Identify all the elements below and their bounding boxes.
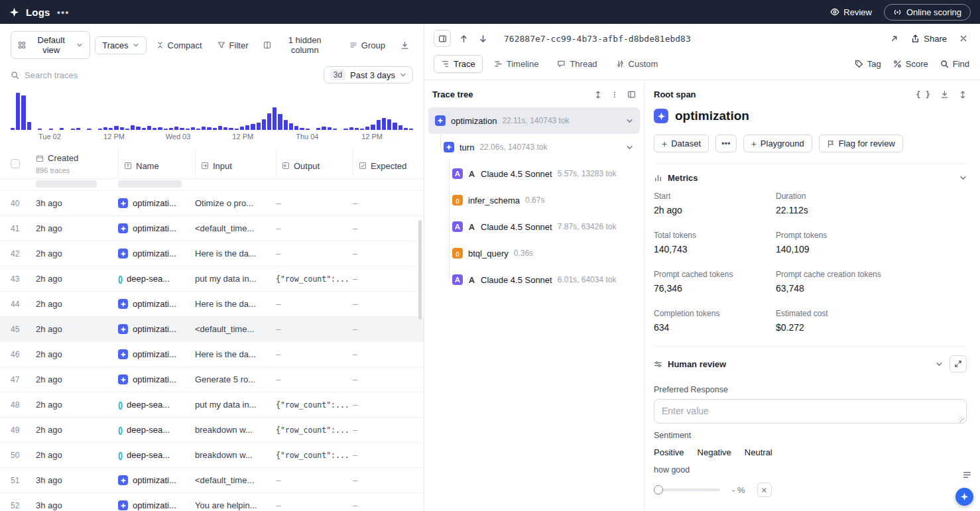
search-input[interactable] (25, 70, 316, 80)
more-actions-button[interactable]: ••• (715, 135, 737, 152)
histogram-bar (245, 93, 249, 130)
trace-tree-item[interactable]: Claude 4.5 Sonnet6.01s, 64034 tok (428, 266, 640, 293)
histogram-bar (289, 93, 293, 130)
traces-histogram[interactable]: Tue 0212 PMWed 0312 PMThu 0412 PM (11, 93, 413, 142)
histogram-bar (360, 93, 364, 130)
row-number: 40 (11, 199, 36, 208)
sentiment-neutral-button[interactable]: Neutral (745, 445, 772, 460)
next-trace-button[interactable] (477, 32, 489, 45)
row-name: optimizati... (118, 500, 195, 510)
expand-review-button[interactable] (949, 355, 967, 372)
span-label: turn (459, 142, 474, 152)
table-row[interactable]: 442h agooptimizati...Here is the da...–– (0, 292, 424, 317)
table-row[interactable]: 482h ago()deep-sea...put my data in...{"… (0, 392, 424, 418)
chevron-down-icon[interactable] (959, 174, 967, 182)
column-header-created[interactable]: Created (48, 153, 78, 163)
outline-toggle-button[interactable] (962, 470, 972, 480)
column-header-name[interactable]: Name (118, 147, 195, 178)
table-row[interactable]: 462h agooptimizati...Here is the da...–– (0, 342, 424, 367)
span-label: btql_query (468, 249, 509, 258)
flag-for-review-button[interactable]: Flag for review (819, 135, 903, 152)
histogram-bar (382, 93, 386, 130)
download-span-button[interactable] (940, 90, 949, 99)
trace-tree-item[interactable]: optimization22.11s, 140743 tok (428, 107, 640, 134)
histogram-bar (322, 93, 326, 130)
row-created: 2h ago (36, 274, 118, 284)
metric-item: Prompt cached tokens76,346 (654, 270, 776, 294)
trace-id[interactable]: 762887e7-cc99-4b73-afbf-d8bde81ebd83 (504, 34, 691, 44)
table-scrollbar[interactable] (418, 220, 422, 319)
preferred-response-input[interactable] (654, 399, 967, 424)
tree-more-button[interactable] (611, 91, 619, 99)
mode-selector[interactable]: Traces (95, 36, 146, 54)
column-header-output[interactable]: Output (276, 147, 353, 178)
chevron-down-icon[interactable] (936, 361, 943, 368)
trace-tree-item[interactable]: Claude 4.5 Sonnet5.57s, 13283 tok (428, 160, 640, 187)
table-row[interactable]: 432h ago()deep-sea...put my data in...{"… (0, 266, 424, 292)
chevron-down-icon[interactable] (626, 144, 633, 151)
collapse-panel-button[interactable] (434, 30, 451, 47)
row-expected: – (353, 374, 417, 384)
table-row[interactable]: 452h agooptimizati...<default_time...–– (0, 317, 424, 342)
column-header-expected[interactable]: Expected (353, 147, 417, 178)
histogram-bar (300, 93, 304, 130)
llm-icon (452, 221, 463, 232)
open-in-new-button[interactable] (888, 32, 900, 45)
previous-trace-button[interactable] (458, 32, 470, 45)
sentiment-positive-button[interactable]: Positive (654, 445, 684, 460)
online-scoring-button[interactable]: Online scoring (884, 4, 971, 21)
row-number: 48 (11, 400, 36, 410)
clear-score-button[interactable] (757, 483, 772, 497)
histogram-bar (131, 93, 135, 130)
export-button[interactable] (395, 38, 414, 53)
row-expected: – (353, 198, 417, 208)
sentiment-negative-button[interactable]: Negative (698, 445, 731, 460)
how-good-slider[interactable] (654, 485, 720, 494)
trace-tree-item[interactable]: {}btql_query0.36s (428, 240, 640, 266)
close-button[interactable] (957, 32, 969, 44)
trace-tree-item[interactable]: {}infer_schema0.67s (428, 187, 640, 213)
human-review-section-header[interactable]: Human review (654, 347, 967, 380)
trace-tree-item[interactable]: turn22.06s, 140743 tok (428, 134, 640, 160)
row-output: – (276, 500, 353, 510)
tab-timeline[interactable]: Timeline (487, 55, 546, 73)
table-row[interactable]: 513h agooptimizati...<default_time...–– (0, 468, 424, 493)
open-in-playground-button[interactable]: +Playground (743, 135, 812, 152)
table-row[interactable]: 412h agooptimizati...<default_time...–– (0, 216, 424, 241)
table-row[interactable]: 492h ago()deep-sea...breakdown w...{"row… (0, 418, 424, 443)
table-row[interactable]: 403h agooptimizati...Otimize o pro...–– (0, 191, 424, 216)
time-range-selector[interactable]: 3d Past 3 days (324, 66, 413, 84)
table-row[interactable]: 523h agooptimizati...You are helpin...–– (0, 493, 424, 511)
column-header-input[interactable]: Input (195, 147, 276, 178)
chevron-down-icon[interactable] (626, 117, 633, 125)
table-row[interactable]: 422h agooptimizati...Here is the da...–– (0, 241, 424, 266)
compact-toggle[interactable]: Compact (151, 37, 208, 54)
review-button[interactable]: Review (830, 7, 872, 17)
filter-button[interactable]: Filter (212, 37, 254, 54)
select-all-checkbox[interactable] (11, 159, 20, 168)
hidden-columns-button[interactable]: 1 hidden column (258, 32, 339, 58)
view-selector[interactable]: Default view (11, 31, 90, 59)
tab-custom[interactable]: Custom (609, 55, 666, 73)
tab-trace[interactable]: Trace (434, 55, 483, 73)
page-menu-button[interactable]: ••• (57, 7, 70, 18)
find-button[interactable]: Find (940, 59, 969, 69)
share-button[interactable]: Share (911, 34, 947, 44)
expand-all-button[interactable] (594, 91, 602, 99)
group-button[interactable]: Group (344, 37, 391, 54)
metrics-section-header[interactable]: Metrics (654, 164, 967, 190)
trace-tree-item[interactable]: Claude 4.5 Sonnet7.87s, 63426 tok (428, 213, 640, 240)
table-row[interactable]: 502h ago()deep-sea...breakdown w...{"row… (0, 443, 424, 468)
tree-panel-toggle[interactable] (627, 90, 636, 99)
view-json-button[interactable]: { } (916, 90, 930, 99)
row-number: 42 (11, 249, 36, 258)
slider-thumb[interactable] (654, 485, 663, 494)
row-created: 3h ago (36, 475, 118, 485)
tag-button[interactable]: Tag (855, 59, 881, 69)
score-button[interactable]: Score (893, 59, 928, 69)
expand-sections-button[interactable] (959, 91, 967, 99)
table-row[interactable]: 472h agooptimizati...Generate 5 ro...–– (0, 367, 424, 392)
tab-thread[interactable]: Thread (550, 55, 604, 73)
add-to-dataset-button[interactable]: +Dataset (654, 135, 709, 152)
ai-assistant-fab[interactable] (955, 488, 973, 506)
